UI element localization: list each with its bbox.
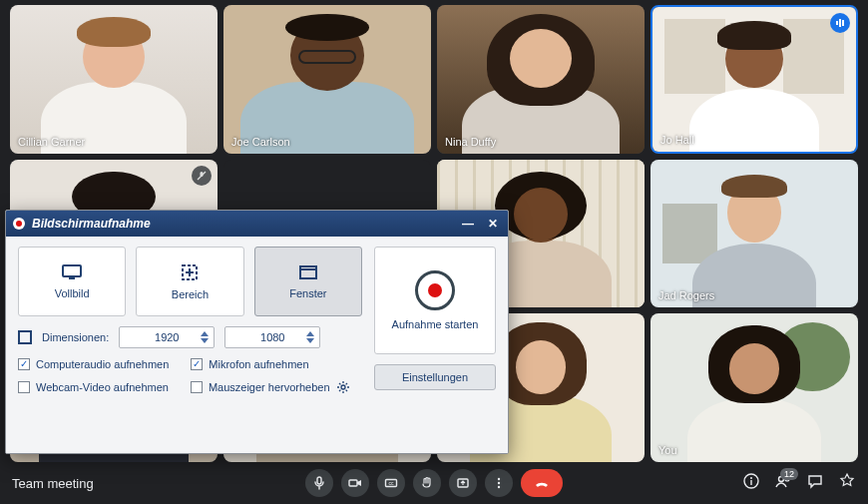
participant-name: Jo Hall (660, 134, 694, 146)
participant-name: Cillian Garner (18, 136, 85, 148)
checkbox-icon (191, 358, 203, 370)
mode-label: Bereich (172, 288, 209, 300)
mic-button[interactable] (305, 469, 333, 497)
close-button[interactable]: ✕ (484, 217, 502, 231)
svg-point-17 (16, 221, 22, 227)
participant-tile[interactable]: Joe Carlson (223, 5, 431, 154)
more-options-button[interactable] (485, 469, 513, 497)
app-icon (12, 217, 26, 231)
mode-fullscreen[interactable]: Vollbild (18, 247, 126, 316)
crop-icon (180, 262, 200, 282)
participant-count-badge: 12 (780, 468, 798, 480)
chat-button[interactable] (806, 472, 824, 494)
participant-tile[interactable]: Jad Rogers (651, 160, 858, 308)
svg-rect-4 (349, 480, 357, 486)
right-controls: 12 (742, 472, 856, 494)
center-controls: cc (305, 469, 563, 497)
people-button[interactable]: 12 (774, 472, 792, 494)
muted-icon (192, 166, 212, 186)
captions-button[interactable]: cc (377, 469, 405, 497)
checkbox-cursor[interactable]: Mauszeiger hervorheben (191, 380, 350, 394)
dialog-title: Bildschirmaufnahme (32, 217, 151, 231)
record-icon (415, 270, 455, 310)
participant-tile[interactable]: Nina Duffy (437, 5, 645, 154)
present-button[interactable] (449, 469, 477, 497)
participant-name: Jad Rogers (658, 289, 714, 301)
checkbox-icon (18, 381, 30, 393)
mode-label: Fenster (289, 287, 326, 299)
participant-tile[interactable]: Cillian Garner (10, 5, 217, 154)
capture-mode-group: Vollbild Bereich Fenster (18, 247, 362, 316)
participant-name: You (658, 444, 677, 456)
checkbox-mic[interactable]: Mikrofon aufnehmen (191, 358, 308, 370)
svg-point-23 (341, 385, 345, 389)
svg-point-10 (498, 486, 500, 488)
svg-rect-21 (300, 266, 316, 278)
dimensions-icon (18, 330, 32, 344)
mode-window[interactable]: Fenster (254, 247, 362, 316)
gear-icon[interactable] (336, 380, 350, 394)
meeting-bottombar: Team meeting cc 12 (0, 462, 868, 504)
svg-rect-2 (842, 20, 844, 26)
meeting-name: Team meeting (12, 476, 94, 491)
svg-rect-0 (836, 21, 838, 25)
svg-point-8 (498, 478, 500, 480)
checkbox-icon (18, 358, 30, 370)
checkbox-webcam[interactable]: Webcam-Video aufnehmen (18, 380, 169, 394)
svg-text:cc: cc (389, 480, 395, 486)
speaking-indicator-icon (830, 13, 850, 33)
record-label: Aufnahme starten (392, 318, 479, 330)
settings-button[interactable]: Einstellungen (374, 364, 496, 390)
screen-recorder-dialog: Bildschirmaufnahme — ✕ Vollbild Bereich … (5, 210, 509, 454)
raise-hand-button[interactable] (413, 469, 441, 497)
width-input[interactable]: 1920 (119, 326, 215, 348)
participant-name: Nina Duffy (445, 136, 496, 148)
mode-region[interactable]: Bereich (136, 247, 243, 316)
participant-tile-speaking[interactable]: Jo Hall (651, 5, 858, 154)
info-button[interactable] (742, 472, 760, 494)
end-call-button[interactable] (521, 469, 563, 497)
svg-rect-19 (69, 277, 75, 279)
svg-point-12 (750, 477, 752, 479)
svg-rect-18 (63, 265, 81, 276)
window-icon (298, 263, 318, 281)
participant-tile-self[interactable]: You (651, 313, 858, 462)
dialog-titlebar[interactable]: Bildschirmaufnahme — ✕ (6, 211, 508, 237)
svg-point-9 (498, 482, 500, 484)
mode-label: Vollbild (55, 287, 90, 299)
checkbox-icon (191, 381, 203, 393)
participant-name: Joe Carlson (231, 136, 290, 148)
checkbox-computeraudio[interactable]: Computeraudio aufnehmen (18, 358, 169, 370)
svg-rect-1 (839, 19, 841, 27)
activities-button[interactable] (838, 472, 856, 494)
svg-rect-13 (750, 480, 751, 485)
camera-button[interactable] (341, 469, 369, 497)
dimensions-label: Dimensionen: (42, 331, 109, 343)
monitor-icon (61, 263, 83, 281)
height-input[interactable]: 1080 (224, 326, 320, 348)
start-recording-button[interactable]: Aufnahme starten (374, 247, 496, 354)
minimize-button[interactable]: — (458, 217, 478, 231)
